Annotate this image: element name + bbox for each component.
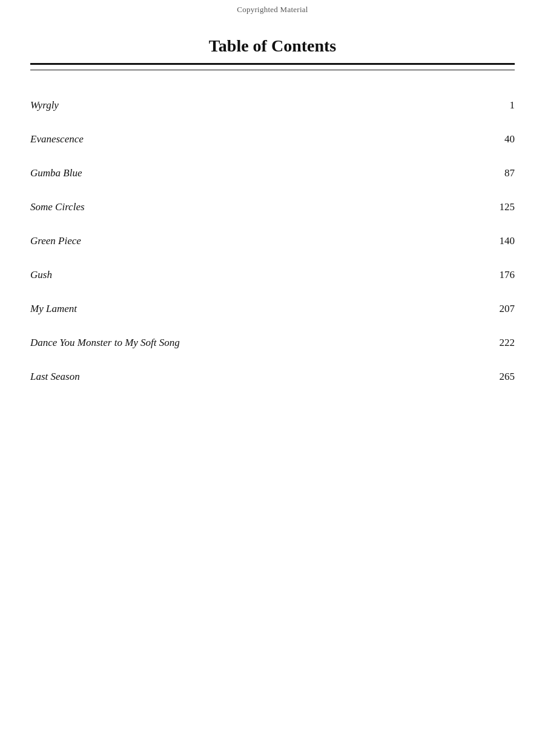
- toc-row: Gumba Blue87: [30, 156, 515, 190]
- toc-entry-page: 176: [484, 269, 515, 281]
- toc-row: Gush176: [30, 258, 515, 292]
- toc-entry-title: Evanescence: [30, 133, 484, 145]
- toc-row: Last Season265: [30, 360, 515, 394]
- toc-entry-title: Gush: [30, 269, 484, 281]
- title-divider-thin: [30, 70, 515, 70]
- toc-row: Dance You Monster to My Soft Song222: [30, 326, 515, 360]
- toc-entry-page: 265: [484, 371, 515, 383]
- toc-entry-page: 1: [484, 99, 515, 111]
- toc-row: My Lament207: [30, 292, 515, 326]
- toc-entry-page: 125: [484, 201, 515, 213]
- toc-entry-page: 87: [484, 167, 515, 179]
- toc-row: Green Piece140: [30, 224, 515, 258]
- title-divider-thick: [30, 63, 515, 65]
- toc-list: Wyrgly1Evanescence40Gumba Blue87Some Cir…: [30, 88, 515, 394]
- toc-entry-title: Some Circles: [30, 201, 484, 213]
- toc-entry-title: Last Season: [30, 371, 484, 383]
- toc-entry-page: 207: [484, 303, 515, 315]
- toc-entry-title: Gumba Blue: [30, 167, 484, 179]
- toc-entry-title: My Lament: [30, 303, 484, 315]
- toc-entry-page: 222: [484, 337, 515, 349]
- toc-entry-title: Wyrgly: [30, 99, 484, 111]
- toc-row: Evanescence40: [30, 122, 515, 156]
- toc-row: Wyrgly1: [30, 88, 515, 122]
- toc-entry-title: Green Piece: [30, 235, 484, 247]
- page-title: Table of Contents: [30, 18, 515, 63]
- copyright-notice: Copyrighted Material: [30, 0, 515, 18]
- toc-entry-title: Dance You Monster to My Soft Song: [30, 337, 484, 349]
- toc-entry-page: 40: [484, 133, 515, 145]
- page: Copyrighted Material Table of Contents W…: [0, 0, 545, 756]
- toc-row: Some Circles125: [30, 190, 515, 224]
- copyright-text: Copyrighted Material: [237, 5, 308, 14]
- toc-entry-page: 140: [484, 235, 515, 247]
